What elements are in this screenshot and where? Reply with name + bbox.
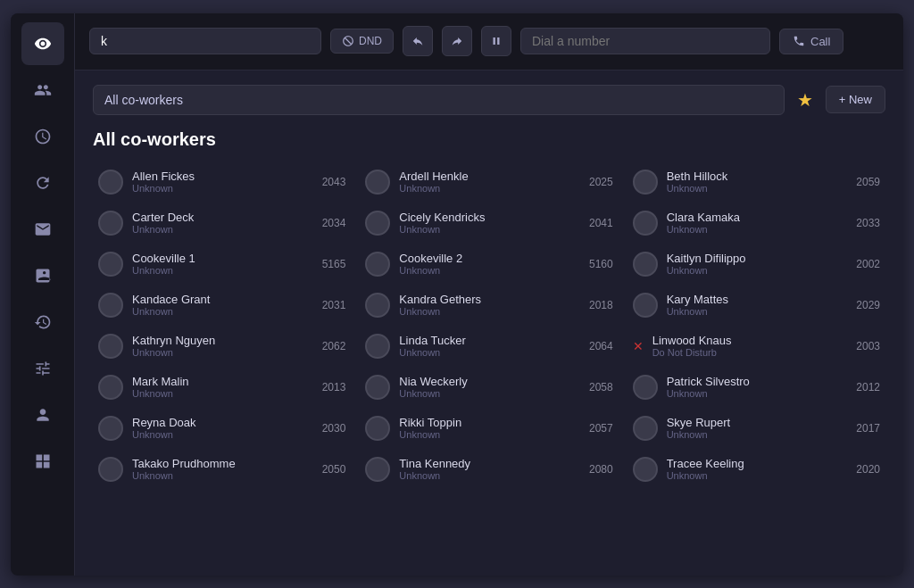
contact-item[interactable]: Kaitlyn DifilippoUnknown2002	[627, 244, 885, 284]
contact-info: Nia WeckerlyUnknown	[399, 375, 580, 399]
contact-ext: 2062	[322, 340, 346, 352]
contact-avatar	[365, 416, 390, 441]
contact-avatar	[98, 293, 123, 318]
contact-item[interactable]: Cicely KendricksUnknown2041	[360, 203, 618, 243]
contact-item[interactable]: Patrick SilvestroUnknown2012	[627, 368, 885, 407]
contact-status: Unknown	[399, 429, 580, 440]
contact-name: Linwood Knaus	[652, 334, 848, 347]
contact-status: Unknown	[667, 265, 848, 276]
contact-item[interactable]: Kandace GrantUnknown2031	[93, 286, 351, 325]
search-input[interactable]	[89, 28, 321, 54]
contact-item[interactable]: Cookeville 2Unknown5160	[360, 244, 618, 284]
contact-status: Unknown	[132, 183, 313, 194]
contact-info: Clara KamakaUnknown	[667, 211, 848, 235]
call-label: Call	[810, 35, 830, 48]
contact-name: Carter Deck	[132, 211, 313, 224]
sidebar-item-refresh[interactable]	[21, 161, 64, 204]
contact-status: Unknown	[399, 347, 580, 358]
contact-item[interactable]: Tracee KeelingUnknown2020	[627, 450, 885, 489]
contact-info: Ardell HenkleUnknown	[399, 170, 580, 194]
sidebar-item-eye[interactable]	[21, 22, 64, 65]
contact-item[interactable]: Skye RupertUnknown2017	[627, 409, 885, 448]
contact-ext: 2043	[322, 176, 346, 188]
contact-item[interactable]: Kandra GethersUnknown2018	[360, 286, 618, 325]
contact-info: Kary MattesUnknown	[667, 293, 848, 317]
dnd-button[interactable]: DND	[330, 29, 394, 54]
contact-name: Clara Kamaka	[667, 211, 848, 224]
contact-status: Unknown	[132, 388, 313, 399]
sidebar-item-mail[interactable]	[21, 208, 64, 251]
sidebar-item-clock[interactable]	[21, 115, 64, 158]
contact-avatar	[633, 170, 658, 195]
sidebar-item-profile[interactable]	[21, 393, 64, 436]
contact-avatar	[98, 416, 123, 441]
sidebar-item-contacts[interactable]	[21, 254, 64, 297]
pause-btn[interactable]	[481, 26, 511, 56]
contact-ext: 2031	[322, 299, 346, 311]
contact-info: Cookeville 2Unknown	[399, 252, 580, 276]
contact-item[interactable]: Nia WeckerlyUnknown2058	[360, 368, 618, 407]
contact-avatar	[633, 252, 658, 277]
contact-item[interactable]: Tina KennedyUnknown2080	[360, 450, 618, 489]
contact-name: Kathryn Nguyen	[132, 334, 313, 347]
contact-name: Reyna Doak	[132, 416, 313, 429]
call-icon	[793, 35, 805, 47]
contact-ext: 2059	[856, 176, 880, 188]
contact-status: Unknown	[132, 306, 313, 317]
contact-name: Takako Prudhomme	[132, 457, 313, 470]
contact-avatar	[98, 457, 123, 482]
contact-ext: 2018	[589, 299, 613, 311]
contact-item[interactable]: Kathryn NguyenUnknown2062	[93, 327, 351, 366]
contact-item[interactable]: Kary MattesUnknown2029	[627, 286, 885, 325]
contact-item[interactable]: Beth HillockUnknown2059	[627, 162, 885, 202]
sidebar-item-grid[interactable]	[21, 440, 64, 483]
new-button[interactable]: + New	[826, 86, 885, 113]
contact-item[interactable]: Carter DeckUnknown2034	[93, 203, 351, 243]
contact-ext: 2002	[856, 258, 880, 270]
contact-avatar	[633, 416, 658, 441]
contact-status: Unknown	[399, 388, 580, 399]
contact-avatar	[365, 293, 390, 318]
contact-name: Kandace Grant	[132, 293, 313, 306]
contact-item[interactable]: Allen FickesUnknown2043	[93, 162, 351, 202]
contact-info: Kaitlyn DifilippoUnknown	[667, 252, 848, 276]
contact-item[interactable]: Mark MalinUnknown2013	[93, 368, 351, 407]
contact-ext: 2025	[589, 176, 613, 188]
contact-status: Unknown	[667, 224, 848, 235]
contact-avatar	[98, 375, 123, 400]
call-button[interactable]: Call	[779, 29, 843, 54]
contact-info: Beth HillockUnknown	[667, 170, 848, 194]
contact-ext: 2012	[856, 381, 880, 393]
contact-item[interactable]: Clara KamakaUnknown2033	[627, 203, 885, 243]
contact-ext: 2013	[322, 381, 346, 393]
main-area: DND Call All co-workers	[75, 13, 903, 576]
transfer-btn[interactable]	[403, 26, 433, 56]
contact-item[interactable]: Ardell HenkleUnknown2025	[360, 162, 618, 202]
contact-item[interactable]: Takako PrudhommeUnknown2050	[93, 450, 351, 489]
contact-item[interactable]: ✕Linwood KnausDo Not Disturb2003	[627, 327, 885, 366]
sidebar-item-history[interactable]	[21, 301, 64, 344]
content-area: All co-workers ★ + New All co-workers Al…	[75, 70, 903, 576]
contact-ext: 2017	[856, 422, 880, 435]
contact-ext: 5165	[322, 258, 346, 270]
contact-item[interactable]: Linda TuckerUnknown2064	[360, 327, 618, 366]
contact-status: Unknown	[667, 183, 848, 194]
contact-item[interactable]: Reyna DoakUnknown2030	[93, 409, 351, 448]
filter-select[interactable]: All co-workers	[93, 85, 785, 115]
contact-avatar	[365, 334, 390, 359]
contact-status: Unknown	[399, 306, 580, 317]
contact-name: Linda Tucker	[399, 334, 580, 347]
dial-input[interactable]	[520, 28, 770, 54]
contact-avatar	[365, 457, 390, 482]
contact-status: Unknown	[399, 265, 580, 276]
contact-item[interactable]: Rikki ToppinUnknown2057	[360, 409, 618, 448]
sidebar-item-settings[interactable]	[21, 347, 64, 390]
contact-ext: 2058	[589, 381, 613, 393]
forward-btn[interactable]	[442, 26, 472, 56]
contact-item[interactable]: Cookeville 1Unknown5165	[93, 244, 351, 284]
contact-ext: 2033	[856, 217, 880, 229]
contact-name: Mark Malin	[132, 375, 313, 388]
sidebar-item-users[interactable]	[21, 69, 64, 112]
contact-info: Mark MalinUnknown	[132, 375, 313, 399]
favorite-button[interactable]: ★	[794, 86, 817, 114]
